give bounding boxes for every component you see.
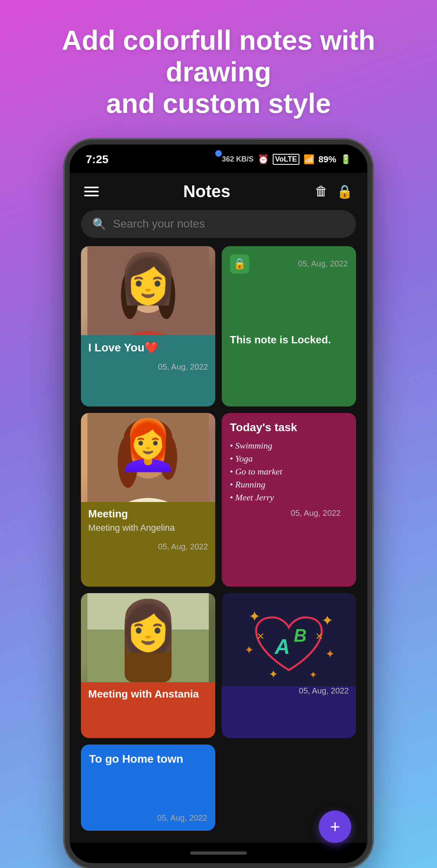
note-drawing[interactable]: A B ✦ ✦ ✦ ✦ ✦ ✦ ✕ ✕ 05, A	[222, 593, 356, 738]
svg-text:✦: ✦	[244, 644, 254, 656]
battery-percent: 89%	[318, 154, 336, 165]
svg-text:✦: ✦	[269, 668, 278, 681]
voip-icon: VoLTE	[273, 154, 299, 165]
task-item-1: Swimming	[230, 440, 348, 451]
task-list: Swimming Yoga Go to market Running Meet …	[230, 440, 348, 503]
svg-text:✦: ✦	[321, 612, 333, 629]
headline-line2: and custom style	[106, 88, 331, 119]
app-headline: Add colorfull notes with drawing and cus…	[0, 0, 437, 140]
svg-text:✦: ✦	[325, 648, 335, 660]
signal-icon: 📶	[303, 154, 314, 165]
home-pill	[190, 851, 247, 855]
note-photo-2	[81, 413, 215, 502]
svg-point-17	[136, 449, 143, 457]
app-title: Notes	[183, 182, 231, 201]
note-meeting1-text: Meeting Meeting with Angelina	[81, 502, 215, 542]
svg-point-6	[136, 283, 143, 291]
task-item-5: Meet Jerry	[230, 492, 348, 503]
search-icon: 🔍	[92, 217, 106, 231]
svg-point-29	[137, 627, 143, 634]
svg-text:A: A	[274, 635, 290, 658]
note-drawing-date: 05, Aug, 2022	[222, 686, 356, 701]
menu-button[interactable]	[84, 187, 99, 196]
locked-header-row: 🔒 05, Aug, 2022	[230, 254, 348, 274]
search-bar[interactable]: 🔍	[81, 210, 356, 238]
svg-text:B: B	[294, 625, 307, 645]
lock-icon: 🔒	[230, 254, 249, 274]
locked-date: 05, Aug, 2022	[298, 259, 348, 268]
svg-point-3	[125, 254, 172, 295]
svg-point-7	[153, 283, 161, 291]
svg-point-31	[138, 629, 142, 633]
svg-point-14	[124, 419, 172, 457]
svg-point-10	[141, 298, 155, 304]
svg-point-13	[126, 428, 170, 479]
note-meeting2-title: Meeting with Anstania	[88, 688, 208, 700]
note-meeting1-date: 05, Aug, 2022	[81, 542, 215, 557]
svg-point-8	[138, 285, 142, 289]
svg-text:✕: ✕	[257, 631, 265, 642]
header-actions: 🗑 🔒	[315, 184, 353, 199]
note-photo-3	[81, 593, 215, 682]
app-screen: Notes 🗑 🔒 🔍	[70, 173, 367, 843]
note-love-date: 05, Aug, 2022	[81, 362, 215, 377]
locked-text: This note is Locked.	[230, 282, 348, 399]
note-photo-1	[81, 246, 215, 335]
note-hometown[interactable]: To go Home town 05, Aug, 2022	[81, 745, 215, 831]
status-bar: 7:25 362 KB/S ⏰ VoLTE 📶 89% 🔋	[70, 145, 367, 173]
status-icons: 362 KB/S ⏰ VoLTE 📶 89% 🔋	[222, 154, 351, 165]
note-tasks[interactable]: Today's task Swimming Yoga Go to market …	[222, 413, 356, 587]
task-item-4: Running	[230, 479, 348, 490]
task-title: Today's task	[230, 421, 348, 434]
note-hometown-date: 05, Aug, 2022	[89, 813, 207, 823]
svg-text:✕: ✕	[315, 631, 323, 642]
svg-point-19	[138, 451, 142, 455]
note-hometown-title: To go Home town	[89, 753, 207, 805]
status-time: 7:25	[86, 153, 108, 166]
note-meeting2[interactable]: Meeting with Anstania	[81, 593, 215, 738]
notes-grid: I Love You❤️ 05, Aug, 2022 🔒 05, Aug, 20…	[70, 246, 367, 843]
note-meeting1-subtitle: Meeting with Angelina	[88, 523, 208, 533]
delete-button[interactable]: 🗑	[315, 184, 328, 199]
svg-point-5	[157, 270, 175, 319]
note-meeting1-title: Meeting	[88, 508, 208, 520]
svg-rect-0	[87, 246, 209, 335]
svg-point-33	[142, 638, 154, 643]
search-input[interactable]	[113, 217, 345, 230]
svg-point-9	[156, 285, 160, 289]
svg-rect-24	[87, 593, 209, 630]
camera-dot	[215, 150, 222, 157]
svg-point-20	[156, 451, 160, 455]
svg-rect-11	[87, 413, 209, 502]
svg-text:✦: ✦	[309, 669, 317, 680]
svg-text:✦: ✦	[248, 608, 261, 625]
svg-point-21	[142, 464, 155, 469]
svg-point-16	[159, 435, 177, 480]
drawing-canvas: A B ✦ ✦ ✦ ✦ ✦ ✦ ✕ ✕	[222, 593, 356, 686]
svg-point-32	[155, 629, 159, 633]
svg-point-18	[153, 449, 161, 457]
note-locked[interactable]: 🔒 05, Aug, 2022 This note is Locked.	[222, 246, 356, 407]
svg-point-2	[126, 260, 170, 313]
svg-point-28	[125, 599, 171, 634]
svg-point-4	[121, 270, 139, 319]
speed-indicator: 362 KB/S	[222, 155, 254, 164]
note-love-title: I Love You❤️	[88, 341, 208, 354]
note-tasks-date: 05, Aug, 2022	[230, 508, 348, 523]
battery-icon: 🔋	[340, 154, 351, 165]
home-bar	[70, 843, 367, 863]
phone-frame: 7:25 362 KB/S ⏰ VoLTE 📶 89% 🔋 Notes 🗑 🔒 …	[65, 140, 372, 868]
lock-button[interactable]: 🔒	[337, 184, 353, 199]
alarm-icon: ⏰	[258, 154, 269, 165]
task-item-3: Go to market	[230, 466, 348, 477]
svg-point-30	[153, 627, 159, 634]
note-love[interactable]: I Love You❤️ 05, Aug, 2022	[81, 246, 215, 407]
headline-line1: Add colorfull notes with drawing	[62, 25, 375, 87]
app-header: Notes 🗑 🔒	[70, 173, 367, 210]
fab-add-button[interactable]: +	[319, 811, 351, 843]
svg-rect-27	[125, 617, 172, 682]
note-meeting2-text: Meeting with Anstania	[81, 682, 215, 708]
note-love-text: I Love You❤️	[81, 335, 215, 362]
svg-point-15	[118, 435, 138, 488]
note-meeting1[interactable]: Meeting Meeting with Angelina 05, Aug, 2…	[81, 413, 215, 587]
